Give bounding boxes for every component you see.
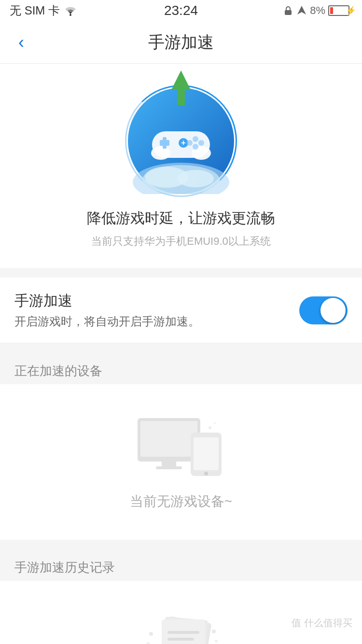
hero-icon-wrapper: + [128, 88, 234, 194]
svg-marker-3 [171, 70, 191, 105]
svg-point-0 [70, 14, 71, 16]
gap-2 [0, 343, 362, 353]
status-right: 8% ⚡ [283, 4, 352, 17]
devices-section-header: 正在加速的设备 [0, 353, 362, 384]
toggle-section: 手游加速 开启游戏时，将自动开启手游加速。 [0, 278, 362, 343]
svg-text:+: + [181, 139, 185, 147]
gap-3 [0, 540, 362, 549]
history-empty-section: 无手游加速历史记录~ [0, 581, 362, 644]
svg-rect-8 [160, 140, 169, 146]
battery-percent: 8% [310, 4, 325, 17]
hero-circle: + [128, 88, 234, 194]
back-button[interactable]: ‹ [14, 28, 29, 57]
toggle-text-group: 手游加速 开启游戏时，将自动开启手游加速。 [14, 291, 299, 329]
status-bar: 无 SIM 卡 23:24 8% ⚡ [0, 0, 362, 21]
svg-rect-20 [140, 421, 197, 457]
gap-1 [0, 268, 362, 278]
history-illustration [138, 610, 224, 644]
game-acceleration-toggle[interactable] [299, 296, 348, 324]
svg-point-11 [193, 136, 198, 142]
hero-tagline: 降低游戏时延，让游戏更流畅 [87, 209, 275, 228]
devices-empty-label: 当前无游戏设备~ [130, 492, 232, 511]
svg-point-5 [151, 146, 170, 160]
carrier-label: 无 SIM 卡 [10, 3, 60, 18]
nav-bar: ‹ 手游加速 [0, 21, 362, 64]
svg-rect-22 [156, 466, 182, 469]
hero-section: + 降低游戏时延，让游戏更流畅 当前只支持华为手机EMUI9.0以上系统 [0, 64, 362, 268]
devices-illustration [133, 413, 229, 481]
svg-point-12 [198, 140, 204, 146]
svg-rect-21 [162, 462, 176, 466]
devices-header-title: 正在加速的设备 [14, 364, 102, 378]
svg-point-13 [193, 144, 198, 150]
svg-point-26 [209, 426, 211, 429]
battery-indicator: ⚡ [328, 5, 352, 16]
status-time: 23:24 [164, 3, 198, 18]
svg-marker-2 [297, 6, 306, 14]
watermark: 值 什么值得买 [292, 616, 352, 630]
toggle-title: 手游加速 [14, 291, 299, 311]
svg-point-38 [215, 640, 218, 643]
svg-rect-31 [167, 631, 199, 634]
wifi-icon [64, 5, 77, 16]
svg-rect-1 [285, 10, 292, 15]
charging-icon: ⚡ [346, 5, 356, 16]
page-title: 手游加速 [148, 31, 214, 54]
svg-point-25 [204, 472, 208, 476]
toggle-desc: 开启游戏时，将自动开启手游加速。 [14, 314, 299, 329]
status-left: 无 SIM 卡 [10, 3, 77, 18]
hero-subtitle: 当前只支持华为手机EMUI9.0以上系统 [91, 234, 271, 249]
svg-point-37 [212, 630, 216, 633]
arrow-up-icon [167, 70, 195, 105]
svg-point-14 [187, 140, 193, 146]
lock-icon [283, 5, 293, 16]
toggle-knob [320, 298, 346, 323]
history-header-title: 手游加速历史记录 [14, 560, 115, 574]
history-section-header: 手游加速历史记录 [0, 549, 362, 581]
svg-point-18 [177, 170, 214, 187]
gamepad-icon: + [147, 117, 215, 165]
location-icon [296, 5, 307, 16]
svg-point-36 [147, 642, 150, 644]
devices-empty-section: 当前无游戏设备~ [0, 384, 362, 540]
svg-point-35 [149, 632, 153, 636]
svg-rect-24 [194, 437, 219, 470]
svg-rect-32 [167, 638, 194, 641]
svg-point-27 [214, 422, 216, 424]
